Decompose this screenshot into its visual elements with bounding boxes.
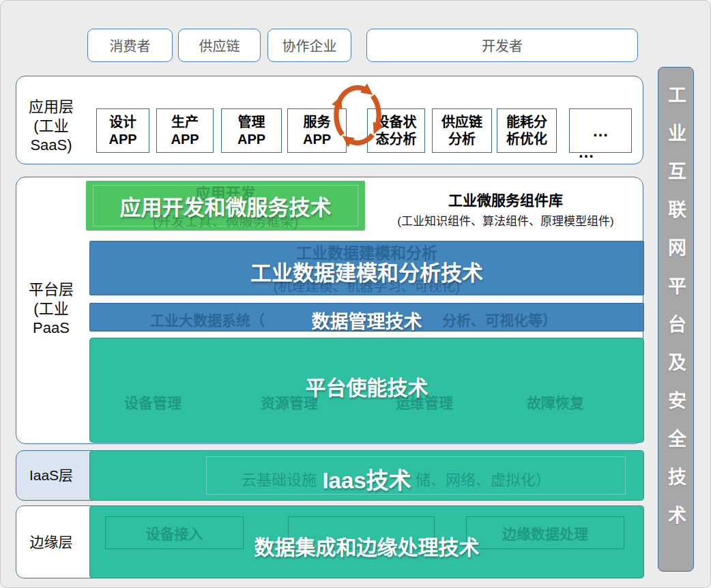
data-modeling-bar: 工业数据建模和分析 (机理建模、机器学习、可视化) 工业数据建模和分析技术 [89, 241, 644, 295]
data-modeling-title: 工业数据建模和分析技术 [90, 256, 643, 286]
edge-title: 数据集成和边缘处理技术 [90, 531, 643, 561]
analysis-box-energy: 能耗分析优化 [497, 108, 557, 153]
iaas-bar: 云基础设施 储、网络、虚拟化） Iaas技术 [89, 450, 644, 501]
actor-box-partner: 协作企业 [267, 29, 351, 62]
app-box-production: 生产APP [156, 108, 214, 153]
microservice-library-title: 工业微服务组件库 [369, 189, 642, 209]
platform-layer-label: 平台层 (工业 PaaS [16, 280, 87, 338]
analysis-box-supply-chain: 供应链分析 [432, 108, 492, 153]
actor-label: 开发者 [482, 35, 523, 55]
industrial-internet-platform-diagram: 消费者 供应链 协作企业 开发者 应用层 (工业 SaaS) 设计APP 生产A… [0, 0, 711, 588]
microservice-library-block: 工业微服务组件库 (工业知识组件、算法组件、原理模型组件) [369, 189, 642, 229]
edge-bar: 设备接入 边缘数据处理 数据集成和边缘处理技术 [89, 505, 644, 578]
app-dev-title: 应用开发和微服务技术 [86, 190, 365, 221]
actor-label: 消费者 [110, 35, 151, 55]
data-management-title: 数据管理技术 [90, 307, 643, 334]
cycle-arrows-icon [326, 77, 389, 153]
app-dev-microservice-bar: 应用开发 (开发工具、微服务框架) 应用开发和微服务技术 [86, 181, 365, 231]
iaas-layer-label: IaaS层 [18, 466, 84, 485]
actor-box-supply-chain: 供应链 [178, 29, 261, 62]
app-box-management: 管理APP [221, 108, 282, 153]
actor-label: 协作企业 [282, 35, 337, 55]
actor-box-consumer: 消费者 [87, 29, 173, 62]
app-box-design: 设计APP [96, 108, 149, 153]
security-sidebar-text: 工业互联网平台及安全技术 [663, 68, 689, 571]
actor-box-developer: 开发者 [366, 29, 638, 62]
actor-label: 供应链 [199, 35, 240, 55]
iaas-title: Iaas技术 [90, 462, 643, 495]
more-ellipsis: … [578, 143, 596, 162]
security-sidebar: 工业互联网平台及安全技术 [658, 67, 694, 572]
platform-enablement-title: 平台使能技术 [90, 371, 643, 401]
data-management-bar: 工业大数据系统（ 分析、可视化等） 数据管理技术 [89, 303, 644, 332]
application-layer-label: 应用层 (工业 SaaS) [16, 98, 87, 155]
edge-layer-label: 边缘层 [18, 533, 84, 552]
platform-enablement-bar: 设备管理 资源管理 运维管理 故障恢复 平台使能技术 [89, 338, 644, 443]
microservice-library-subtitle: (工业知识组件、算法组件、原理模型组件) [369, 211, 642, 229]
